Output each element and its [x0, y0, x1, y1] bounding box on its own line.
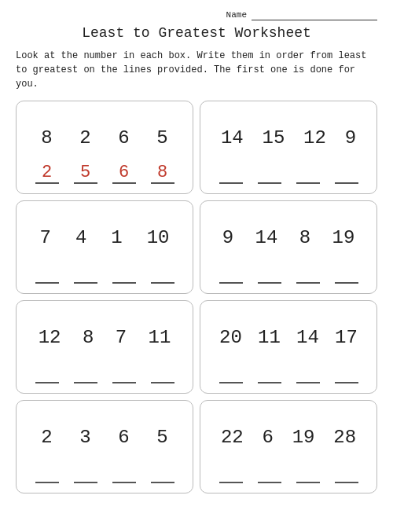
- answer-row-8[interactable]: ____: [211, 466, 365, 486]
- answer-slot-5-2[interactable]: _: [74, 366, 97, 383]
- number-3-3: 1: [111, 227, 122, 248]
- number-8-4: 28: [333, 427, 356, 448]
- worksheet-box-4: 914819____: [200, 200, 377, 294]
- answer-slot-1-2[interactable]: 5: [74, 167, 97, 184]
- answer-slot-6-3[interactable]: _: [296, 366, 320, 383]
- answer-slot-8-1[interactable]: _: [219, 466, 243, 483]
- number-4-1: 9: [222, 227, 233, 248]
- numbers-row-8: 2261928: [211, 409, 365, 466]
- answer-slot-3-2[interactable]: _: [74, 266, 97, 284]
- answer-slot-7-1[interactable]: _: [35, 466, 59, 483]
- answer-slot-6-2[interactable]: _: [258, 366, 281, 383]
- answer-row-3[interactable]: ____: [28, 266, 182, 287]
- answer-slot-2-1[interactable]: _: [219, 167, 243, 184]
- number-1-2: 2: [79, 127, 90, 149]
- answer-slot-6-4[interactable]: _: [335, 366, 358, 383]
- worksheet-grid: 826525681415129____74110____914819____12…: [16, 101, 377, 493]
- answer-slot-7-2[interactable]: _: [74, 466, 97, 483]
- name-line: Name: [16, 9, 377, 20]
- number-2-4: 9: [345, 127, 356, 149]
- answer-slot-7-4[interactable]: _: [151, 466, 174, 483]
- answer-slot-1-4[interactable]: 8: [151, 167, 174, 184]
- worksheet-box-3: 74110____: [16, 200, 193, 294]
- number-6-3: 14: [296, 327, 319, 348]
- number-1-1: 8: [41, 127, 52, 149]
- worksheet-box-7: 2365____: [16, 400, 193, 493]
- numbers-row-6: 20111417: [211, 309, 365, 366]
- answer-slot-4-3[interactable]: _: [296, 266, 320, 284]
- answer-slot-6-1[interactable]: _: [219, 366, 243, 383]
- answer-slot-7-3[interactable]: _: [112, 466, 136, 483]
- numbers-row-4: 914819: [211, 209, 365, 266]
- number-3-4: 10: [147, 227, 170, 248]
- number-1-3: 6: [118, 127, 129, 149]
- number-8-3: 19: [292, 427, 315, 448]
- answer-slot-2-3[interactable]: _: [296, 167, 320, 184]
- page-title: Least to Greatest Worksheet: [16, 25, 377, 41]
- numbers-row-3: 74110: [28, 209, 182, 266]
- number-8-2: 6: [262, 427, 273, 448]
- answer-row-5[interactable]: ____: [28, 366, 182, 387]
- answer-slot-2-2[interactable]: _: [258, 167, 281, 184]
- number-7-4: 5: [156, 427, 167, 448]
- answer-row-6[interactable]: ____: [211, 366, 365, 387]
- numbers-row-2: 1415129: [211, 109, 365, 167]
- worksheet-box-1: 82652568: [16, 101, 193, 194]
- number-5-4: 11: [148, 327, 171, 348]
- answer-row-2[interactable]: ____: [211, 167, 365, 187]
- worksheet-box-8: 2261928____: [200, 400, 377, 493]
- answer-row-1[interactable]: 2568: [28, 167, 182, 187]
- worksheet-box-2: 1415129____: [200, 101, 377, 194]
- number-6-2: 11: [258, 327, 281, 348]
- answer-slot-8-3[interactable]: _: [296, 466, 320, 483]
- number-4-4: 19: [332, 227, 354, 248]
- number-5-2: 8: [83, 327, 94, 348]
- number-7-3: 6: [118, 427, 129, 448]
- number-3-1: 7: [39, 227, 50, 248]
- worksheet-box-5: 128711____: [16, 300, 193, 394]
- number-5-3: 7: [116, 327, 127, 348]
- number-8-1: 22: [221, 427, 244, 448]
- numbers-row-7: 2365: [28, 409, 182, 466]
- answer-slot-4-1[interactable]: _: [219, 266, 243, 284]
- answer-slot-3-3[interactable]: _: [112, 266, 136, 284]
- answer-slot-8-4[interactable]: _: [335, 466, 358, 483]
- instructions: Look at the number in each box. Write th…: [16, 49, 377, 91]
- page: Name Least to Greatest Worksheet Look at…: [0, 0, 393, 532]
- answer-slot-4-2[interactable]: _: [258, 266, 281, 284]
- worksheet-box-6: 20111417____: [200, 300, 377, 394]
- name-input-line[interactable]: [252, 9, 377, 20]
- number-3-2: 4: [75, 227, 86, 248]
- number-1-4: 5: [156, 127, 167, 149]
- answer-slot-1-1[interactable]: 2: [35, 167, 59, 184]
- name-label: Name: [226, 10, 247, 20]
- answer-slot-4-4[interactable]: _: [335, 266, 358, 284]
- numbers-row-5: 128711: [28, 309, 182, 366]
- number-7-1: 2: [41, 427, 52, 448]
- answer-slot-8-2[interactable]: _: [258, 466, 281, 483]
- number-2-1: 14: [221, 127, 244, 149]
- answer-slot-5-3[interactable]: _: [112, 366, 136, 383]
- numbers-row-1: 8265: [28, 109, 182, 167]
- number-4-3: 8: [299, 227, 310, 248]
- number-2-3: 12: [303, 127, 326, 149]
- number-2-2: 15: [262, 127, 285, 149]
- answer-row-4[interactable]: ____: [211, 266, 365, 287]
- answer-slot-5-4[interactable]: _: [151, 366, 174, 383]
- answer-slot-1-3[interactable]: 6: [112, 167, 136, 184]
- answer-slot-3-1[interactable]: _: [35, 266, 59, 284]
- answer-row-7[interactable]: ____: [28, 466, 182, 486]
- number-5-1: 12: [39, 327, 61, 348]
- number-6-4: 17: [335, 327, 358, 348]
- number-4-2: 14: [255, 227, 277, 248]
- answer-slot-2-4[interactable]: _: [335, 167, 358, 184]
- number-6-1: 20: [219, 327, 242, 348]
- answer-slot-5-1[interactable]: _: [35, 366, 59, 383]
- number-7-2: 3: [79, 427, 90, 448]
- answer-slot-3-4[interactable]: _: [151, 266, 174, 284]
